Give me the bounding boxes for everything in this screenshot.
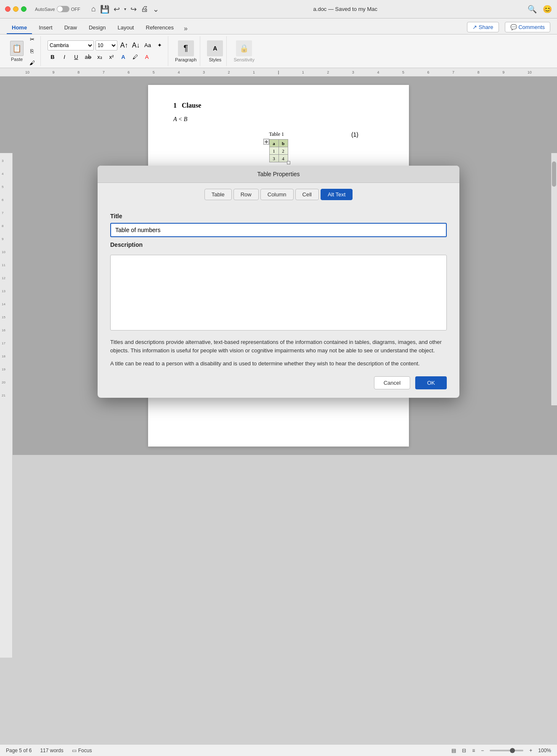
ribbon-right-buttons: ↗ Share 💬 Comments — [467, 22, 550, 34]
cancel-button[interactable]: Cancel — [374, 376, 410, 389]
title-input[interactable] — [110, 223, 447, 237]
table-header-b: b — [278, 140, 288, 147]
description-textarea[interactable] — [110, 255, 447, 330]
page-info: Page 5 of 6 — [6, 748, 32, 753]
styles-group: A Styles — [204, 36, 227, 66]
font-group: Cambria 10 A↑ A↓ Aa ✦ B I U ab̶ x₂ x² A … — [44, 36, 168, 66]
format-row: B I U ab̶ x₂ x² A 🖊 A — [48, 52, 164, 62]
title-field-label: Title — [110, 213, 447, 219]
styles-button[interactable]: A Styles — [207, 40, 223, 62]
share-button[interactable]: ↗ Share — [467, 22, 499, 32]
font-size-select[interactable]: 10 — [95, 40, 117, 50]
strikethrough-button[interactable]: ab̶ — [83, 52, 93, 62]
title-right-icons: 🔍 😊 — [528, 5, 552, 14]
comments-button[interactable]: 💬 Comments — [505, 22, 550, 32]
ruler-marks: 109876 54321 | 12345 678910 — [25, 70, 532, 74]
paste-button[interactable]: 📋 Paste — [10, 41, 24, 62]
ok-button[interactable]: OK — [415, 376, 447, 389]
layout-icon-2[interactable]: ⊟ — [462, 748, 466, 753]
minimize-button[interactable] — [13, 6, 19, 12]
format-painter-button[interactable]: 🖌 — [27, 58, 37, 68]
close-button[interactable] — [5, 6, 11, 12]
table-properties-dialog: Table Properties Table Row Column Cell A… — [98, 166, 459, 398]
autosave-toggle[interactable] — [57, 6, 69, 12]
font-color-button[interactable]: A — [118, 52, 128, 62]
table-move-handle[interactable]: ✛ — [263, 139, 269, 145]
sensitivity-icon: 🔒 — [236, 40, 252, 56]
paragraph-group: ¶ Paragraph — [172, 36, 200, 66]
tab-references[interactable]: References — [141, 22, 179, 34]
layout-icon-1[interactable]: ▤ — [451, 748, 456, 753]
word-count: 117 words — [40, 748, 63, 753]
underline-button[interactable]: U — [71, 52, 81, 62]
search-icon[interactable]: 🔍 — [528, 5, 537, 14]
document-area: 34567 89101112 1314151617 18192021 1 Cla… — [0, 77, 557, 455]
zoom-minus-button[interactable]: − — [481, 748, 484, 753]
doc-formula: A < B — [173, 116, 384, 123]
dialog-title: Table Properties — [98, 166, 459, 183]
print-icon[interactable]: 🖨 — [141, 5, 149, 13]
home-icon[interactable]: ⌂ — [91, 5, 96, 13]
increase-font-button[interactable]: A↑ — [119, 40, 129, 50]
layout-icon-3[interactable]: ≡ — [472, 748, 475, 753]
focus-screen-icon: ▭ — [72, 748, 77, 753]
more-icon[interactable]: ⌄ — [153, 5, 159, 14]
dialog-tab-column[interactable]: Column — [260, 189, 294, 200]
dialog-body: Title Description Titles and description… — [98, 204, 459, 372]
sensitivity-button[interactable]: 🔒 Sensitivity — [233, 40, 255, 62]
paragraph-button[interactable]: ¶ Paragraph — [175, 40, 196, 62]
undo-icon[interactable]: ↩ — [114, 5, 120, 14]
undo-dropdown-icon[interactable]: ▾ — [124, 7, 126, 11]
zoom-level: 100% — [538, 748, 551, 753]
tab-home[interactable]: Home — [7, 22, 32, 34]
styles-icon: A — [207, 40, 223, 56]
tab-draw[interactable]: Draw — [59, 22, 82, 34]
decrease-font-button[interactable]: A↓ — [131, 40, 141, 50]
doc-heading: 1 Clause — [173, 102, 384, 109]
dialog-tab-cell[interactable]: Cell — [295, 189, 319, 200]
save-icon[interactable]: 💾 — [100, 5, 109, 14]
tab-design[interactable]: Design — [84, 22, 111, 34]
subscript-button[interactable]: x₂ — [95, 52, 105, 62]
dialog-tab-alt-text[interactable]: Alt Text — [321, 189, 353, 200]
share-icon: ↗ — [472, 24, 477, 30]
formula-number: (1) — [351, 131, 358, 138]
zoom-thumb[interactable] — [510, 748, 515, 753]
dialog-overlay: Table Properties Table Row Column Cell A… — [0, 153, 557, 430]
dialog-tab-table[interactable]: Table — [204, 189, 232, 200]
paragraph-icon: ¶ — [178, 40, 194, 56]
tab-layout[interactable]: Layout — [112, 22, 139, 34]
zoom-slider[interactable] — [490, 750, 523, 751]
horizontal-ruler: 109876 54321 | 12345 678910 — [0, 68, 557, 77]
comments-icon: 💬 — [510, 24, 517, 30]
font-family-select[interactable]: Cambria — [48, 40, 94, 50]
cut-button[interactable]: ✂ — [27, 34, 37, 45]
copy-button[interactable]: ⎘ — [27, 46, 37, 56]
text-color-button[interactable]: A — [142, 52, 152, 62]
maximize-button[interactable] — [21, 6, 27, 12]
clear-format-button[interactable]: ✦ — [154, 40, 164, 50]
change-case-button[interactable]: Aa — [143, 40, 153, 50]
dialog-tab-row[interactable]: Row — [233, 189, 259, 200]
toolbar-icons: ⌂ 💾 ↩ ▾ ↪ 🖨 ⌄ — [91, 5, 159, 14]
highlight-button[interactable]: 🖊 — [130, 52, 140, 62]
dialog-tabs: Table Row Column Cell Alt Text — [98, 183, 459, 204]
italic-button[interactable]: I — [59, 52, 69, 62]
bold-button[interactable]: B — [48, 52, 58, 62]
superscript-button[interactable]: x² — [106, 52, 117, 62]
tab-insert[interactable]: Insert — [34, 22, 58, 34]
clipboard-group: 📋 Paste ✂ ⎘ 🖌 — [7, 36, 41, 66]
ribbon-toolbar: 📋 Paste ✂ ⎘ 🖌 Cambria 10 A↑ A↓ Aa ✦ — [0, 34, 557, 68]
account-icon[interactable]: 😊 — [543, 5, 552, 14]
sensitivity-group: 🔒 Sensitivity — [230, 36, 258, 66]
focus-icon[interactable]: ▭ Focus — [72, 748, 92, 753]
table-header-a: a — [269, 140, 278, 147]
zoom-plus-button[interactable]: + — [529, 748, 532, 753]
more-tabs-button[interactable]: » — [180, 23, 191, 34]
paste-icon: 📋 — [10, 41, 24, 56]
table-caption: Table 1 — [269, 131, 288, 137]
redo-icon[interactable]: ↪ — [130, 5, 137, 14]
document-title: a.doc — Saved to my Mac — [167, 6, 524, 12]
description-field-label: Description — [110, 241, 447, 248]
window-controls — [5, 6, 27, 12]
